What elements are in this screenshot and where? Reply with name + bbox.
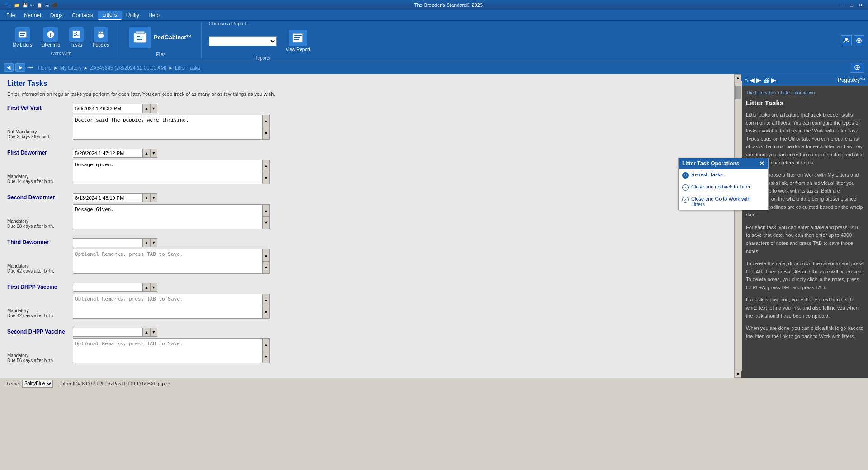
task-notes-scroll-up-first-dhpp-vaccine[interactable]: ▲	[263, 294, 269, 306]
litter-info-button[interactable]: i Litter Info	[38, 25, 64, 49]
task-date-down-third-dewormer[interactable]: ▼	[150, 238, 157, 247]
report-select[interactable]	[209, 36, 277, 46]
network-icon[interactable]	[854, 35, 864, 46]
ops-close-back[interactable]: ✓ Close and go back to Litter	[679, 181, 768, 193]
task-notes-first-vet-visit[interactable]	[73, 115, 263, 140]
menu-litters[interactable]: Litters	[98, 11, 122, 20]
tasks-button[interactable]: Tasks	[66, 25, 87, 49]
task-date-second-dhpp-vaccine[interactable]	[73, 328, 143, 337]
task-date-up-second-dhpp-vaccine[interactable]: ▲	[143, 328, 150, 337]
minimize-btn[interactable]: ─	[840, 2, 847, 8]
svg-rect-2	[20, 35, 24, 36]
task-date-up-third-dewormer[interactable]: ▲	[143, 238, 150, 247]
task-notes-scroll-down-second-dhpp-vaccine[interactable]: ▼	[263, 351, 269, 363]
svg-point-10	[101, 31, 104, 34]
task-notes-second-dhpp-vaccine[interactable]	[73, 338, 263, 363]
task-notes-scroll-up-first-dewormer[interactable]: ▲	[263, 160, 269, 172]
view-report-icon	[289, 30, 307, 46]
close-btn[interactable]: ✕	[857, 2, 864, 8]
ops-close-work[interactable]: ✓ Close and Go to Work with Litters	[679, 193, 768, 210]
help-nav: ⌂ ◀ ▶ 🖨 ▶ Puggsley™	[741, 74, 868, 86]
breadcrumb-home[interactable]: Home	[38, 65, 52, 70]
theme-select[interactable]: ShinyBlue Classic Dark	[22, 380, 53, 388]
task-date-first-dewormer[interactable]	[73, 149, 143, 158]
nav-forward-button[interactable]: ▶	[15, 63, 25, 72]
scroll-thumb[interactable]	[735, 86, 741, 99]
toolbar-group-reports: Choose a Report: View Report Reports	[203, 23, 321, 59]
task-date-down-second-dhpp-vaccine[interactable]: ▼	[150, 328, 157, 337]
window-controls[interactable]: ─ □ ✕	[840, 2, 864, 8]
help-section-2: For each task, you can enter a date and …	[746, 224, 863, 255]
toolbar-group-work-with: My Litters i Litter Info Tasks Puppies	[4, 23, 118, 59]
task-notes-scroll-down-second-dewormer[interactable]: ▼	[263, 217, 269, 229]
task-notes-scroll-down-third-dewormer[interactable]: ▼	[263, 262, 269, 273]
task-date-up-first-dhpp-vaccine[interactable]: ▲	[143, 283, 150, 292]
help-nav-right-button[interactable]: ▶	[771, 76, 776, 84]
task-notes-scroll-up-third-dewormer[interactable]: ▲	[263, 249, 269, 262]
task-notes-first-dewormer[interactable]	[73, 160, 263, 184]
scroll-down-button[interactable]: ▼	[735, 371, 742, 378]
maximize-btn[interactable]: □	[848, 2, 855, 8]
menu-file[interactable]: File	[2, 11, 19, 19]
task-date-second-dewormer[interactable]	[73, 193, 143, 202]
scroll-up-button[interactable]: ▲	[735, 74, 742, 81]
menu-dogs[interactable]: Dogs	[46, 11, 67, 19]
litter-info-icon: i	[43, 27, 58, 42]
task-notes-scroll-up-second-dhpp-vaccine[interactable]: ▲	[263, 339, 269, 351]
app-title: The Breeder's Standard® 2025	[57, 2, 840, 8]
task-notes-scroll-down-first-vet-visit[interactable]: ▼	[263, 127, 269, 139]
task-date-down-first-dewormer[interactable]: ▼	[150, 149, 157, 158]
help-back-button[interactable]: ◀	[750, 76, 755, 84]
task-date-third-dewormer[interactable]	[73, 238, 143, 247]
menu-utility[interactable]: Utility	[122, 11, 144, 19]
view-report-button[interactable]: View Report	[280, 28, 316, 54]
breadcrumb-my-litters[interactable]: My Litters	[60, 65, 82, 70]
task-date-up-second-dewormer[interactable]: ▲	[143, 193, 150, 202]
breadcrumb-tasks[interactable]: Litter Tasks	[175, 65, 200, 70]
nav-bar: ◀ ▶ ••• Home ► My Litters ► ZA345645 (2/…	[0, 61, 868, 74]
help-home-button[interactable]: ⌂	[744, 76, 748, 84]
nav-back-button[interactable]: ◀	[4, 63, 14, 72]
task-date-first-dhpp-vaccine[interactable]	[73, 283, 143, 292]
task-date-down-first-vet-visit[interactable]: ▼	[150, 104, 157, 113]
help-title: Litter Tasks	[746, 99, 863, 107]
scroll-track[interactable]	[735, 81, 742, 371]
task-notes-scroll-down-first-dewormer[interactable]: ▼	[263, 172, 269, 184]
task-notes-scroll-up-second-dewormer[interactable]: ▲	[263, 205, 269, 217]
help-breadcrumb-litter-info[interactable]: Litter Information	[781, 90, 815, 95]
breadcrumb-litter[interactable]: ZA345645 (2/8/2024 12:00:00 AM)	[90, 65, 166, 70]
task-notes-third-dewormer[interactable]	[73, 249, 263, 274]
task-notes-second-dewormer[interactable]	[73, 204, 263, 229]
task-notes-scroll-down-first-dhpp-vaccine[interactable]: ▼	[263, 306, 269, 318]
task-date-first-vet-visit[interactable]	[73, 104, 143, 113]
task-notes-scroll-up-first-vet-visit[interactable]: ▲	[263, 115, 269, 127]
scrollbar[interactable]: ▲ ▼	[734, 74, 741, 378]
ped-cabinet-button[interactable]: PedCabinet™	[126, 25, 196, 50]
nav-right-icon-button[interactable]	[850, 63, 864, 73]
task-date-up-first-dewormer[interactable]: ▲	[143, 149, 150, 158]
ops-close-button[interactable]: ✕	[759, 160, 764, 167]
svg-rect-17	[294, 35, 302, 36]
menu-contacts[interactable]: Contacts	[67, 11, 98, 19]
task-date-up-first-vet-visit[interactable]: ▲	[143, 104, 150, 113]
operations-panel: Litter Task Operations ✕ ↻ Refresh Tasks…	[678, 158, 769, 210]
my-litters-button[interactable]: My Litters	[9, 25, 36, 49]
menu-kennel[interactable]: Kennel	[19, 11, 45, 19]
task-date-down-second-dewormer[interactable]: ▼	[150, 193, 157, 202]
task-date-down-first-dhpp-vaccine[interactable]: ▼	[150, 283, 157, 292]
status-bar: Theme: ShinyBlue Classic Dark Litter ID#…	[0, 378, 868, 389]
help-print-button[interactable]: 🖨	[763, 76, 769, 84]
svg-rect-19	[294, 39, 299, 40]
my-litters-icon	[15, 27, 30, 42]
task-notes-first-dhpp-vaccine[interactable]	[73, 294, 263, 319]
user-icon[interactable]	[841, 35, 852, 46]
ped-cabinet-label: PedCabinet™	[154, 34, 192, 41]
menu-help[interactable]: Help	[144, 11, 164, 19]
help-breadcrumb-litters-tab[interactable]: The Litters Tab	[746, 90, 776, 95]
puppies-button[interactable]: Puppies	[89, 25, 113, 49]
puppies-icon	[94, 27, 108, 42]
nav-more-button[interactable]: •••	[27, 65, 33, 71]
help-forward-button[interactable]: ▶	[756, 76, 761, 84]
help-section-3: To delete the date, drop down the calend…	[746, 260, 863, 291]
ops-refresh[interactable]: ↻ Refresh Tasks...	[679, 169, 768, 181]
